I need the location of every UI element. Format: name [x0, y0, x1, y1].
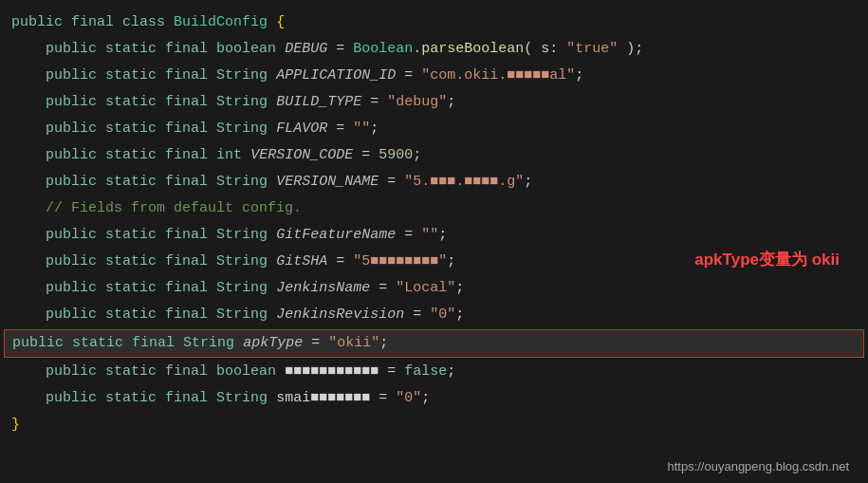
code-token: String [216, 91, 268, 114]
code-token: // Fields from default config. [46, 197, 302, 220]
code-line: public static final boolean DEBUG = Bool… [0, 36, 868, 63]
code-token: "0" [430, 304, 455, 326]
code-token: ; [447, 91, 455, 114]
code-token: final [165, 91, 208, 114]
code-token: smai■■■■■■■ = [268, 387, 396, 410]
code-token: public [11, 11, 63, 34]
code-line: public static final String apkType = "ok… [4, 329, 864, 358]
code-token [97, 144, 105, 167]
code-token: String [216, 304, 268, 326]
code-line: public final class BuildConfig { [0, 9, 868, 36]
annotation-label: apkType变量为 okii [694, 249, 840, 270]
code-token [97, 171, 105, 194]
code-token: public [46, 118, 97, 140]
code-token [157, 224, 165, 247]
code-token: static [105, 171, 157, 194]
code-token: ; [370, 118, 379, 140]
code-token: "true" [566, 38, 618, 61]
code-token [208, 361, 216, 383]
code-token: ■■■■■■■■■■■ = [276, 361, 404, 383]
code-token: final [165, 387, 208, 410]
code-token: = [404, 304, 430, 326]
code-line: public static final int VERSION_CODE = 5… [0, 142, 868, 169]
code-token [208, 38, 216, 61]
code-token: int [216, 144, 242, 167]
code-token [157, 277, 165, 300]
code-token [208, 118, 216, 140]
code-token [157, 91, 165, 114]
code-token: 5900 [379, 144, 413, 167]
code-token: static [105, 65, 157, 87]
code-token [268, 224, 276, 247]
code-token: String [216, 65, 268, 87]
code-line: public static final String FLAVOR = ""; [0, 116, 868, 142]
code-token [208, 304, 216, 326]
code-token [63, 11, 71, 34]
code-token [11, 65, 46, 87]
code-line: public static final String GitFeatureNam… [0, 222, 868, 249]
code-token: DEBUG [285, 38, 327, 61]
code-token: { [276, 11, 285, 34]
code-token [114, 11, 122, 34]
code-token [242, 144, 250, 167]
code-token: = [361, 91, 387, 114]
code-token: String [216, 224, 268, 247]
code-token: final [165, 144, 208, 167]
code-token: String [216, 277, 268, 300]
code-token: static [105, 251, 157, 273]
code-token: final [71, 11, 114, 34]
code-token: ; [379, 332, 388, 355]
code-token: JenkinsRevision [276, 304, 404, 326]
code-token: "5■■■■■■■■" [353, 251, 447, 273]
code-token [97, 65, 105, 87]
code-token: ; [524, 171, 532, 194]
code-token [157, 144, 165, 167]
code-token [208, 91, 216, 114]
code-token [268, 11, 276, 34]
code-line: public static final boolean ■■■■■■■■■■■ … [0, 359, 868, 385]
code-token: GitSHA [276, 251, 327, 273]
code-token [97, 387, 105, 410]
code-token: String [216, 171, 268, 194]
code-token [157, 387, 165, 410]
code-token: static [105, 38, 157, 61]
code-token: public [12, 332, 64, 355]
code-token: Boolean [353, 38, 413, 61]
code-token: public [46, 277, 97, 300]
code-token: static [105, 277, 157, 300]
code-token: ; [447, 361, 455, 383]
code-token: final [165, 361, 208, 383]
code-token: ; [413, 144, 421, 167]
code-token: public [46, 91, 97, 114]
code-token [268, 277, 276, 300]
code-token: final [165, 65, 208, 87]
code-token: public [46, 361, 97, 383]
code-token: ; [455, 277, 464, 300]
code-token: ; [447, 251, 455, 273]
code-token: "okii" [328, 332, 379, 355]
code-token: GitFeatureName [276, 224, 396, 247]
code-token: static [105, 361, 157, 383]
code-token [157, 65, 165, 87]
code-token: = [327, 38, 353, 61]
code-token [11, 197, 46, 220]
code-token [268, 171, 276, 194]
code-token: final [165, 277, 208, 300]
code-editor: public final class BuildConfig { public … [0, 0, 868, 483]
code-token: final [165, 118, 208, 140]
code-token [208, 251, 216, 273]
code-token: public [46, 251, 97, 273]
code-token: = [353, 144, 379, 167]
code-token: public [46, 65, 97, 87]
code-token [97, 38, 105, 61]
code-token [208, 387, 216, 410]
code-token: static [105, 91, 157, 114]
watermark-label: https://ouyangpeng.blog.csdn.net [667, 459, 849, 474]
code-token [11, 224, 46, 247]
code-token: ); [618, 38, 643, 61]
code-line: public static final String APPLICATION_I… [0, 63, 868, 89]
code-token [268, 251, 276, 273]
code-token [11, 251, 46, 273]
code-token: String [183, 332, 234, 355]
code-token: APPLICATION_ID [276, 65, 396, 87]
